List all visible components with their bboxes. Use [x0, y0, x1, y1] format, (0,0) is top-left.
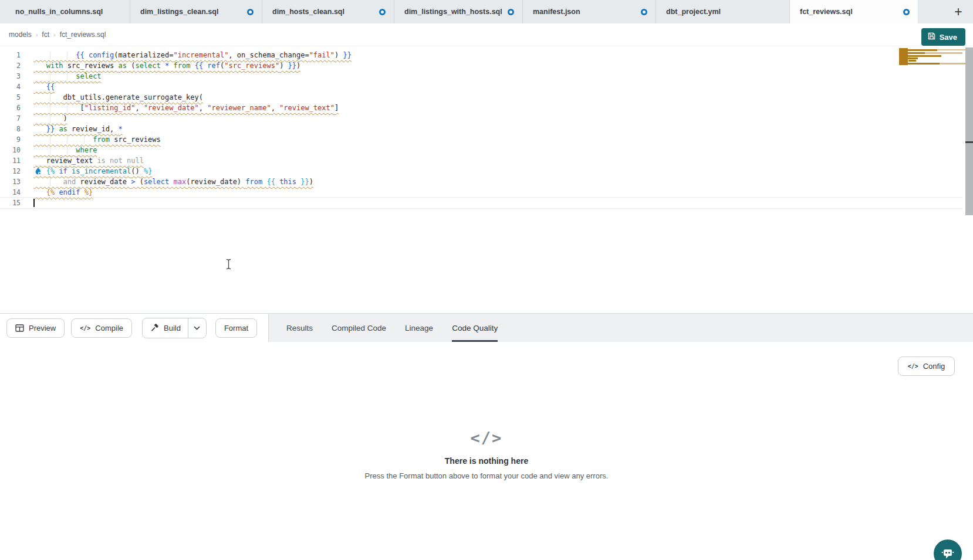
minimap-bar [925, 52, 962, 54]
minimap-bar [907, 63, 940, 65]
file-tab-fct_reviews-sql[interactable]: fct_reviews.sql [790, 0, 918, 23]
new-tab-button[interactable]: + [948, 0, 968, 23]
panel-tab-lineage[interactable]: Lineage [405, 314, 433, 342]
file-tab-bar: no_nulls_in_columns.sqldim_listings_clea… [0, 0, 973, 23]
breadcrumb-separator: › [36, 31, 38, 38]
editor-scrollbar[interactable] [965, 47, 973, 215]
line-number: 10 [0, 145, 21, 155]
build-options-dropdown[interactable] [188, 318, 206, 338]
hammer-icon [151, 323, 159, 333]
breadcrumb-item-fct[interactable]: fct [42, 30, 49, 39]
line-number: 13 [0, 177, 21, 187]
build-button[interactable]: Build [143, 318, 188, 338]
code-line-11[interactable]: 11 review_text is not null [0, 155, 962, 166]
build-split-button: Build [142, 318, 207, 338]
code-line-13[interactable]: 13 and review_date > (select max(review_… [0, 177, 962, 187]
code-line-1[interactable]: 1 {{ config(materialized="incremental", … [0, 50, 962, 60]
format-button[interactable]: Format [215, 318, 257, 338]
code-line-5[interactable]: 5 dbt_utils.generate_surrogate_key( [0, 92, 962, 103]
save-label: Save [940, 33, 957, 42]
file-tab-label: dbt_project.yml [666, 8, 721, 16]
minimap-bar [904, 52, 925, 54]
code-quality-panel: </> Config </> There is nothing here Pre… [0, 342, 973, 560]
file-tab-manifest-json[interactable]: manifest.json [523, 0, 656, 23]
config-button[interactable]: </> Config [898, 357, 955, 376]
code-icon: </> [80, 325, 90, 331]
code-icon: </> [908, 363, 918, 369]
robot-chat-icon [940, 547, 955, 560]
empty-state-subtitle: Press the Format button above to format … [0, 471, 973, 480]
compile-label: Compile [95, 324, 123, 332]
file-tab-dim_listings_with_hosts-sql[interactable]: dim_listings_with_hosts.sql [394, 0, 523, 23]
minimap-bar [908, 60, 916, 62]
file-tab-label: dim_listings_with_hosts.sql [404, 8, 502, 16]
panel-tab-results[interactable]: Results [286, 314, 313, 342]
minimap-bar [906, 57, 918, 59]
unsaved-changes-dot [903, 9, 910, 15]
save-button[interactable]: Save [921, 28, 965, 46]
file-tab-label: fct_reviews.sql [800, 8, 853, 16]
minimap-bar [908, 49, 937, 51]
panel-tab-code-quality[interactable]: Code Quality [452, 314, 498, 342]
preview-button[interactable]: Preview [6, 318, 65, 338]
code-line-10[interactable]: 10 where [0, 145, 962, 155]
file-tab-label: no_nulls_in_columns.sql [15, 8, 103, 16]
panel-tab-bar: ResultsCompiled CodeLineageCode Quality [269, 314, 973, 342]
code-line-7[interactable]: 7 ) [0, 113, 962, 124]
minimap-bar [937, 49, 965, 50]
editor-toolbar: Preview </> Compile Build [0, 313, 973, 342]
minimap[interactable] [899, 46, 973, 117]
chat-button[interactable] [934, 539, 962, 560]
scrollbar-cursor-mark [965, 141, 973, 143]
minimap-bar [905, 55, 941, 57]
code-line-8[interactable]: 8 }} as review_id, * [0, 124, 962, 134]
line-number: 4 [0, 82, 21, 92]
compile-button[interactable]: </> Compile [71, 318, 132, 338]
breadcrumb-separator: › [53, 31, 56, 38]
line-number: 6 [0, 103, 21, 113]
code-slash-icon: </> [0, 429, 973, 447]
breadcrumb-item-fct_reviews-sql[interactable]: fct_reviews.sql [60, 30, 106, 39]
line-number: 1 [0, 50, 21, 60]
file-tab-no_nulls_in_columns-sql[interactable]: no_nulls_in_columns.sql [0, 0, 130, 23]
code-editor[interactable]: 1 {{ config(materialized="incremental", … [0, 46, 973, 313]
empty-state: </> There is nothing here Press the Form… [0, 429, 973, 480]
minimap-bar [940, 63, 965, 65]
line-number: 5 [0, 92, 21, 103]
empty-state-title: There is nothing here [0, 456, 973, 466]
line-number: 8 [0, 124, 21, 134]
text-cursor [33, 199, 35, 207]
file-tab-dbt_project-yml[interactable]: dbt_project.yml [656, 0, 790, 23]
dbt-ide-window: no_nulls_in_columns.sqldim_listings_clea… [0, 0, 973, 560]
copilot-suggestion-icon[interactable] [34, 167, 42, 175]
table-icon [15, 324, 24, 332]
floppy-icon [928, 32, 935, 42]
code-line-4[interactable]: 4 {{ [0, 82, 962, 92]
panel-tab-compiled-code[interactable]: Compiled Code [332, 314, 386, 342]
code-line-14[interactable]: 14 {% endif %} [0, 187, 962, 198]
preview-label: Preview [29, 324, 56, 332]
line-number: 14 [0, 187, 21, 198]
code-line-3[interactable]: 3 select [0, 71, 962, 82]
unsaved-changes-dot [247, 9, 254, 15]
line-number: 7 [0, 113, 21, 124]
format-label: Format [224, 324, 248, 332]
file-tab-label: dim_listings_clean.sql [140, 8, 218, 16]
breadcrumb-row: models›fct›fct_reviews.sql Save [0, 23, 973, 46]
line-number: 12 [0, 166, 21, 177]
code-line-15[interactable]: 15 [0, 198, 962, 208]
mouse-ibeam-cursor [225, 259, 232, 270]
line-number: 9 [0, 134, 21, 145]
build-label: Build [164, 324, 181, 332]
unsaved-changes-dot [379, 9, 386, 15]
code-line-6[interactable]: 6 ["listing_id", "review_date", "reviewe… [0, 103, 962, 113]
line-number: 3 [0, 71, 21, 82]
file-tab-label: manifest.json [533, 8, 580, 16]
breadcrumb-item-models[interactable]: models [9, 30, 32, 39]
file-tab-dim_hosts_clean-sql[interactable]: dim_hosts_clean.sql [262, 0, 394, 23]
breadcrumb: models›fct›fct_reviews.sql [9, 30, 106, 39]
file-tab-dim_listings_clean-sql[interactable]: dim_listings_clean.sql [130, 0, 262, 23]
code-line-12[interactable]: 12 {% if is_incremental() %} [0, 166, 962, 177]
code-line-9[interactable]: 9 from src_reviews [0, 134, 962, 145]
code-line-2[interactable]: 2 with src_reviews as (select * from {{ … [0, 60, 962, 71]
